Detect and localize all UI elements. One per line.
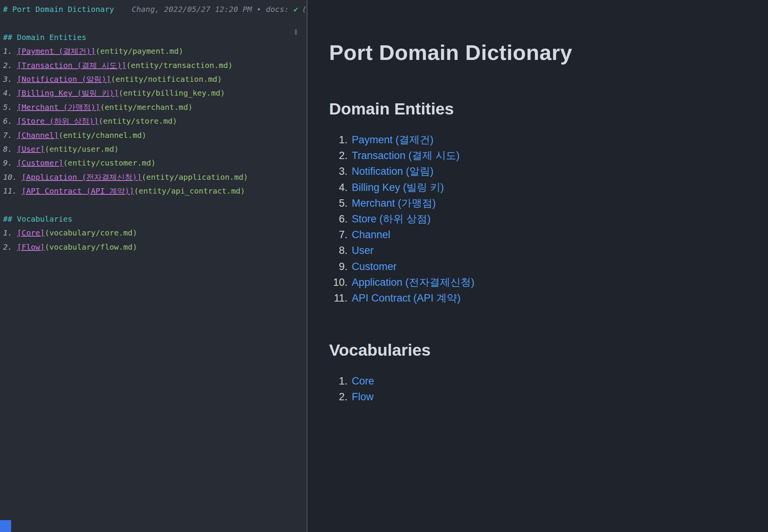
md-link[interactable]: [Transaction (결제 시도)] — [17, 61, 126, 70]
preview-item-link[interactable]: Store (하위 상점) — [352, 211, 431, 227]
preview-list-item: 9.Customer — [329, 259, 753, 275]
md-list-number: 1. — [3, 228, 17, 237]
preview-item-number: 4. — [329, 180, 348, 196]
md-link[interactable]: [Channel] — [17, 131, 58, 140]
preview-item-link[interactable]: Core — [352, 373, 374, 389]
md-link-url: (entity/customer.md) — [63, 158, 156, 167]
preview-item-link[interactable]: Billing Key (빌링 키) — [352, 180, 444, 196]
preview-list-item: 2.Transaction (결제 시도) — [329, 148, 753, 164]
md-list-number: 4. — [3, 88, 17, 98]
preview-list: 1.Core2.Flow — [329, 373, 753, 405]
md-link-url: (entity/merchant.md) — [100, 103, 193, 112]
preview-section-heading: Domain Entities — [329, 99, 753, 118]
preview-item-number: 5. — [329, 196, 348, 211]
preview-list-item: 1.Core — [329, 373, 753, 389]
preview-item-link[interactable]: Channel — [352, 227, 391, 243]
preview-item-link[interactable]: Payment (결제건) — [352, 132, 434, 148]
md-section-heading: ## Vocabularies — [3, 212, 306, 226]
markdown-source-pane[interactable]: # Port Domain DictionaryChang, 2022/05/2… — [0, 0, 306, 532]
md-list-line[interactable]: 9. [Customer](entity/customer.md) — [3, 156, 306, 170]
md-list-line[interactable]: 7. [Channel](entity/channel.md) — [3, 128, 306, 142]
preview-list-item: 11.API Contract (API 계약) — [329, 290, 753, 306]
md-list-line[interactable]: 8. [User](entity/user.md) — [3, 142, 306, 156]
preview-list-item: 3.Notification (알림) — [329, 164, 753, 179]
md-link-url: (entity/application.md) — [142, 172, 248, 182]
md-link[interactable]: [User] — [17, 144, 45, 154]
md-list-line[interactable]: 1. [Payment (결제건)](entity/payment.md) — [3, 44, 306, 58]
blank-line — [3, 16, 306, 30]
md-list-number: 1. — [3, 46, 17, 56]
preview-item-number: 2. — [329, 148, 348, 164]
preview-item-link[interactable]: Application (전자결제신청) — [352, 275, 475, 290]
document-meta-text: Chang, 2022/05/27 12:20 PM • docs: — [132, 5, 289, 14]
md-link-url: (vocabulary/flow.md) — [45, 242, 137, 252]
md-list-number: 3. — [3, 75, 17, 84]
md-list-number: 2. — [3, 61, 17, 70]
preview-item-link[interactable]: User — [352, 243, 374, 259]
md-link-url: (entity/user.md) — [45, 144, 119, 154]
preview-body: Domain Entities1.Payment (결제건)2.Transact… — [329, 99, 753, 405]
md-list-line[interactable]: 6. [Store (하위 상점)](entity/store.md) — [3, 114, 306, 128]
preview-item-link[interactable]: API Contract (API 계약) — [352, 290, 461, 306]
preview-item-link[interactable]: Notification (알림) — [352, 164, 434, 179]
md-link[interactable]: [Merchant (가맹점)] — [17, 103, 100, 112]
preview-list-item: 1.Payment (결제건) — [329, 132, 753, 148]
md-link[interactable]: [API Contract (API 계약)] — [22, 186, 134, 196]
md-list-line[interactable]: 11. [API Contract (API 계약)](entity/api_c… — [3, 184, 306, 198]
markdown-preview-pane: Port Domain Dictionary Domain Entities1.… — [308, 0, 768, 532]
md-list-line[interactable]: 2. [Transaction (결제 시도)](entity/transact… — [3, 58, 306, 72]
md-list-line[interactable]: 5. [Merchant (가맹점)](entity/merchant.md) — [3, 100, 306, 114]
preview-title: Port Domain Dictionary — [329, 40, 753, 65]
md-link[interactable]: [Payment (결제건)] — [17, 46, 96, 56]
md-link[interactable]: [Billing Key (빌링 키)] — [17, 88, 119, 98]
preview-item-number: 7. — [329, 227, 348, 243]
preview-list-item: 5.Merchant (가맹점) — [329, 196, 753, 211]
md-link[interactable]: [Customer] — [17, 158, 63, 167]
preview-list-item: 2.Flow — [329, 389, 753, 405]
md-link-url: (entity/transaction.md) — [126, 61, 233, 70]
preview-list-item: 8.User — [329, 243, 753, 259]
preview-item-number: 8. — [329, 243, 348, 259]
preview-list-item: 10.Application (전자결제신청) — [329, 275, 753, 290]
md-list-line[interactable]: 2. [Flow](vocabulary/flow.md) — [3, 240, 306, 254]
md-list-number: 10. — [3, 172, 22, 182]
preview-item-number: 1. — [329, 373, 348, 389]
preview-item-number: 3. — [329, 164, 348, 179]
preview-section-heading: Vocabularies — [329, 341, 753, 360]
md-list-number: 8. — [3, 144, 17, 154]
md-link[interactable]: [Notification (알림)] — [17, 75, 111, 84]
md-link[interactable]: [Flow] — [17, 242, 45, 252]
check-icon: ✔ — [293, 5, 298, 14]
md-document-title: # Port Domain Dictionary — [3, 5, 114, 14]
preview-item-number: 9. — [329, 259, 348, 275]
md-link-url: (entity/channel.md) — [59, 131, 147, 140]
preview-item-link[interactable]: Flow — [352, 389, 374, 405]
md-list-number: 6. — [3, 116, 17, 126]
preview-item-number: 10. — [329, 275, 348, 290]
preview-item-link[interactable]: Merchant (가맹점) — [352, 196, 436, 211]
md-link[interactable]: [Store (하위 상점)] — [17, 116, 98, 126]
preview-item-number: 2. — [329, 389, 348, 405]
preview-item-link[interactable]: Customer — [352, 259, 397, 275]
md-list-number: 2. — [3, 242, 17, 252]
md-list-line[interactable]: 4. [Billing Key (빌링 키)](entity/billing_k… — [3, 86, 306, 100]
statusbar-corner-chip[interactable] — [0, 520, 11, 532]
md-list-number: 5. — [3, 103, 17, 112]
md-link-url: (entity/notification.md) — [111, 75, 222, 84]
md-link-url: (vocabulary/core.md) — [45, 228, 137, 237]
preview-item-number: 6. — [329, 211, 348, 227]
md-list-number: 9. — [3, 158, 17, 167]
md-list-line[interactable]: 3. [Notification (알림)](entity/notificati… — [3, 72, 306, 86]
markdown-editor-window: # Port Domain DictionaryChang, 2022/05/2… — [0, 0, 768, 532]
title-line[interactable]: # Port Domain DictionaryChang, 2022/05/2… — [3, 2, 306, 16]
md-link-url: (entity/payment.md) — [96, 46, 184, 56]
md-link[interactable]: [Application (전자결제신청)] — [22, 172, 142, 182]
preview-list: 1.Payment (결제건)2.Transaction (결제 시도)3.No… — [329, 132, 753, 306]
md-list-line[interactable]: 1. [Core](vocabulary/core.md) — [3, 226, 306, 240]
preview-item-number: 11. — [329, 290, 348, 306]
preview-item-link[interactable]: Transaction (결제 시도) — [352, 148, 460, 164]
md-link-url: (entity/billing_key.md) — [119, 88, 225, 98]
md-link[interactable]: [Core] — [17, 228, 45, 237]
md-list-line[interactable]: 10. [Application (전자결제신청)](entity/applic… — [3, 170, 306, 184]
scrollbar-thumb[interactable] — [295, 29, 297, 35]
